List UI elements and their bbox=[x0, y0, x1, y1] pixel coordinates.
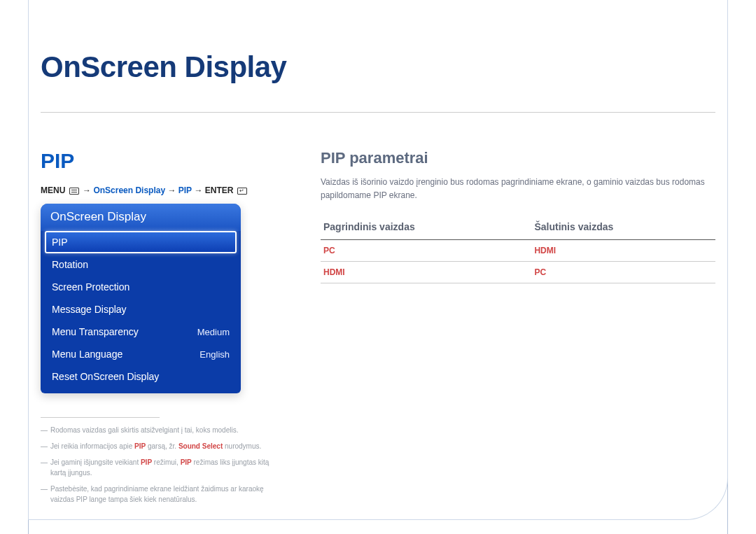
table-row: PC HDMI bbox=[321, 240, 715, 262]
sub-heading-pip-params: PIP parametrai bbox=[321, 149, 715, 167]
osd-item-value: Medium bbox=[197, 327, 230, 337]
osd-item-label: Menu Language bbox=[52, 349, 122, 360]
osd-item-label: Message Display bbox=[52, 304, 127, 315]
footnote-highlight: PIP bbox=[181, 458, 192, 466]
table-cell: HDMI bbox=[321, 262, 531, 283]
footnote-text: garsą, žr. bbox=[146, 442, 178, 450]
breadcrumb-arrow: → bbox=[83, 185, 91, 195]
osd-item-label: PIP bbox=[52, 237, 68, 248]
footnote-highlight: PIP bbox=[134, 442, 146, 450]
table-header-main: Pagrindinis vaizdas bbox=[321, 217, 531, 240]
footnote-text: Jei reikia informacijos apie bbox=[50, 442, 134, 450]
breadcrumb-link-osd: OnScreen Display bbox=[93, 185, 165, 195]
footnote: Jei reikia informacijos apie PIP garsą, … bbox=[41, 441, 279, 451]
table-cell: PC bbox=[321, 240, 531, 262]
osd-item-menu-transparency[interactable]: Menu Transparency Medium bbox=[45, 321, 237, 343]
osd-item-label: Menu Transparency bbox=[52, 326, 139, 337]
breadcrumb-enter-label: ENTER bbox=[205, 185, 234, 195]
osd-menu-items: PIP Rotation Screen Protection Message D… bbox=[41, 231, 241, 393]
footnote-text: Pastebėsite, kad pagrindiniame ekrane le… bbox=[50, 485, 264, 503]
osd-item-value: English bbox=[200, 349, 230, 360]
table-cell: HDMI bbox=[531, 240, 715, 262]
footnotes: Rodomas vaizdas gali skirtis atsižvelgia… bbox=[41, 425, 279, 505]
breadcrumb-menu-label: MENU bbox=[41, 185, 65, 195]
pip-description: Vaizdas iš išorinio vaizdo įrenginio bus… bbox=[321, 176, 715, 202]
osd-item-label: Screen Protection bbox=[52, 281, 130, 293]
content-columns: PIP MENU → OnScreen Display → PIP → ENTE… bbox=[41, 149, 715, 510]
breadcrumb-link-pip: PIP bbox=[178, 185, 192, 195]
chapter-title: OnScreen Display bbox=[41, 50, 715, 84]
footnote-highlight: Sound Select bbox=[178, 442, 223, 450]
osd-item-label: Rotation bbox=[52, 259, 88, 270]
footnote-text: nurodymus. bbox=[223, 442, 261, 450]
footnote: Pastebėsite, kad pagrindiniame ekrane le… bbox=[41, 484, 279, 505]
chapter-header: OnScreen Display bbox=[41, 0, 715, 113]
osd-menu-title: OnScreen Display bbox=[41, 204, 241, 231]
osd-item-pip[interactable]: PIP bbox=[45, 231, 237, 253]
right-column: PIP parametrai Vaizdas iš išorinio vaizd… bbox=[321, 149, 715, 510]
menu-icon bbox=[69, 188, 79, 195]
enter-icon bbox=[237, 188, 247, 195]
osd-item-label: Reset OnScreen Display bbox=[52, 371, 159, 382]
osd-item-menu-language[interactable]: Menu Language English bbox=[45, 343, 237, 365]
pip-params-table: Pagrindinis vaizdas Šalutinis vaizdas PC… bbox=[321, 217, 715, 283]
osd-item-screen-protection[interactable]: Screen Protection bbox=[45, 276, 237, 298]
osd-item-reset-osd[interactable]: Reset OnScreen Display bbox=[45, 365, 237, 388]
table-header-sub: Šalutinis vaizdas bbox=[531, 217, 715, 240]
table-cell: PC bbox=[531, 262, 715, 283]
footnote-highlight: PIP bbox=[141, 458, 152, 466]
footnote-text: Rodomas vaizdas gali skirtis atsižvelgia… bbox=[50, 426, 238, 434]
osd-item-message-display[interactable]: Message Display bbox=[45, 298, 237, 321]
footnote-text: Jei gaminį išjungsite veikiant bbox=[50, 458, 141, 466]
osd-menu-panel: OnScreen Display PIP Rotation Screen Pro… bbox=[41, 204, 241, 393]
left-column: PIP MENU → OnScreen Display → PIP → ENTE… bbox=[41, 149, 279, 510]
footnote: Rodomas vaizdas gali skirtis atsižvelgia… bbox=[41, 425, 279, 435]
notes-divider bbox=[41, 417, 160, 418]
footnote-text: režimui, bbox=[152, 458, 181, 466]
table-row: HDMI PC bbox=[321, 262, 715, 283]
osd-item-rotation[interactable]: Rotation bbox=[45, 253, 237, 276]
section-heading-pip: PIP bbox=[41, 149, 279, 173]
breadcrumb-arrow: → bbox=[167, 185, 176, 195]
breadcrumb-arrow: → bbox=[194, 185, 202, 195]
footnote: Jei gaminį išjungsite veikiant PIP režim… bbox=[41, 457, 279, 478]
breadcrumb: MENU → OnScreen Display → PIP → ENTER bbox=[41, 185, 279, 195]
